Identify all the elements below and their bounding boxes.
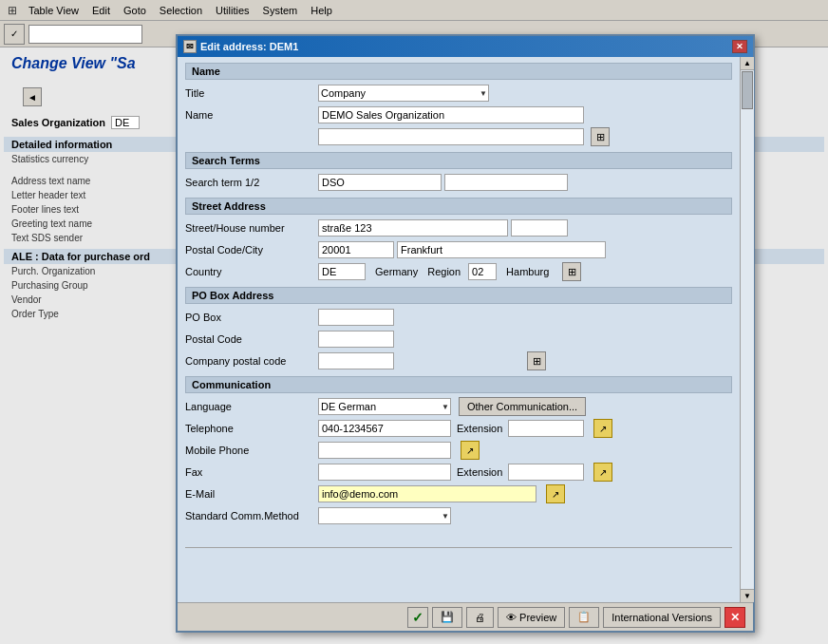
- country-detail-btn[interactable]: ⊞: [562, 262, 581, 281]
- mobile-input[interactable]: [318, 442, 451, 459]
- name-inputs: [318, 106, 584, 123]
- confirm-button[interactable]: ✓: [407, 607, 428, 628]
- preview-icon: 👁: [506, 612, 517, 623]
- fax-inputs: Extension ↗: [318, 463, 612, 482]
- telephone-input[interactable]: [318, 420, 451, 437]
- country-row: Country Germany Region Hamburg ⊞: [185, 262, 732, 281]
- region-label: Region: [427, 266, 461, 277]
- preview-label: Preview: [519, 612, 556, 623]
- menu-utilities[interactable]: Utilities: [210, 3, 254, 18]
- mobile-arrow-btn[interactable]: ↗: [461, 441, 480, 460]
- po-box-label: PO Box: [185, 312, 318, 323]
- street-row: Street/House number: [185, 218, 732, 237]
- std-comm-label: Standard Comm.Method: [185, 510, 318, 521]
- save-btn[interactable]: 💾: [432, 607, 462, 628]
- extension-label: Extension: [457, 423, 502, 434]
- mobile-row: Mobile Phone ↗: [185, 441, 732, 460]
- search-term-row: Search term 1/2: [185, 173, 732, 192]
- modal-title: Edit address: DEM1: [200, 41, 298, 52]
- region-code-input[interactable]: [468, 263, 497, 280]
- menu-goto[interactable]: Goto: [118, 3, 152, 18]
- preview-button[interactable]: 👁 Preview: [498, 607, 565, 628]
- po-detail-btn[interactable]: ⊞: [527, 351, 546, 370]
- title-label: Title: [185, 87, 318, 99]
- std-comm-select-wrapper: ▼: [318, 507, 451, 524]
- scroll-track: [741, 70, 754, 589]
- search-term2-input[interactable]: [444, 174, 568, 191]
- fax-ext-input[interactable]: [508, 464, 584, 481]
- language-select-wrapper: DE German ▼: [318, 398, 451, 415]
- telephone-row: Telephone Extension ↗: [185, 419, 732, 438]
- title-select[interactable]: Company: [318, 85, 489, 102]
- city-input[interactable]: [397, 241, 606, 258]
- mobile-label: Mobile Phone: [185, 445, 318, 456]
- scroll-thumb[interactable]: [742, 71, 753, 109]
- modal-close-button[interactable]: ✕: [732, 40, 747, 53]
- save-icon: 💾: [441, 611, 454, 623]
- menu-system[interactable]: System: [257, 3, 304, 18]
- po-box-input[interactable]: [318, 309, 394, 326]
- name-detail-btn[interactable]: ⊞: [591, 127, 610, 146]
- fax-input[interactable]: [318, 464, 451, 481]
- mobile-inputs: ↗: [318, 441, 480, 460]
- search-term-inputs: [318, 174, 568, 191]
- search-term1-input[interactable]: [318, 174, 442, 191]
- company-postal-row: Company postal code ⊞: [185, 351, 732, 370]
- telephone-ext-input[interactable]: [508, 420, 584, 437]
- postal-code-input[interactable]: [318, 241, 394, 258]
- language-select[interactable]: DE German: [318, 398, 451, 415]
- name-input[interactable]: [318, 106, 584, 123]
- company-postal-label: Company postal code: [185, 355, 318, 367]
- menu-edit[interactable]: Edit: [86, 3, 116, 18]
- name2-input[interactable]: [318, 128, 584, 145]
- street-label: Street/House number: [185, 222, 318, 234]
- language-label: Language: [185, 401, 318, 412]
- telephone-label: Telephone: [185, 423, 318, 434]
- section-street-address: Street Address: [185, 198, 732, 215]
- fax-arrow-btn[interactable]: ↗: [593, 463, 612, 482]
- intl-icon: 📋: [577, 611, 591, 623]
- po-postal-input[interactable]: [318, 331, 394, 348]
- international-versions-button[interactable]: International Versions: [603, 607, 721, 628]
- menu-help[interactable]: Help: [305, 3, 338, 18]
- scroll-down-arrow[interactable]: ▼: [741, 589, 754, 602]
- std-comm-select[interactable]: [318, 507, 451, 524]
- region-name: Hamburg: [500, 266, 555, 277]
- street-input[interactable]: [318, 219, 508, 237]
- menu-selection[interactable]: Selection: [154, 3, 208, 18]
- section-communication: Communication: [185, 376, 732, 393]
- telephone-arrow-btn[interactable]: ↗: [593, 419, 612, 438]
- back-button[interactable]: ◄: [23, 87, 42, 106]
- print-icon: 🖨: [475, 612, 485, 623]
- company-postal-input[interactable]: [318, 352, 394, 369]
- sales-org-label: Sales Organization: [11, 117, 105, 128]
- other-communication-btn[interactable]: Other Communication...: [459, 397, 586, 416]
- house-num-input[interactable]: [511, 219, 568, 237]
- menu-table-view[interactable]: Table View: [23, 3, 85, 18]
- modal-scrollbar[interactable]: ▲ ▼: [740, 57, 753, 602]
- country-code-input[interactable]: [318, 263, 366, 280]
- section-search-terms: Search Terms: [185, 152, 732, 169]
- toolbar-input[interactable]: [28, 25, 142, 44]
- menu-bar: ⊞ Table View Edit Goto Selection Utiliti…: [0, 0, 828, 21]
- fax-row: Fax Extension ↗: [185, 463, 732, 482]
- postal-city-inputs: [318, 241, 606, 258]
- cancel-button[interactable]: ✕: [724, 607, 745, 628]
- name-label: Name: [185, 109, 318, 121]
- section-po-box: PO Box Address: [185, 287, 732, 304]
- print-btn[interactable]: 🖨: [466, 607, 494, 628]
- email-label: E-Mail: [185, 488, 318, 500]
- intl-versions-icon-btn[interactable]: 📋: [569, 607, 599, 628]
- modal-title-icon: ✉: [183, 40, 197, 53]
- email-input[interactable]: [318, 485, 536, 502]
- country-name: Germany: [369, 266, 423, 277]
- postal-city-row: Postal Code/City: [185, 240, 732, 259]
- email-row: E-Mail ↗: [185, 484, 732, 503]
- email-arrow-btn[interactable]: ↗: [546, 484, 565, 503]
- sales-org-value: DE: [111, 116, 140, 129]
- intl-label: International Versions: [612, 612, 712, 623]
- toolbar-check-btn[interactable]: ✓: [4, 24, 25, 45]
- app-icon: ⊞: [4, 2, 21, 19]
- po-box-row: PO Box: [185, 308, 732, 327]
- scroll-up-arrow[interactable]: ▲: [741, 57, 754, 70]
